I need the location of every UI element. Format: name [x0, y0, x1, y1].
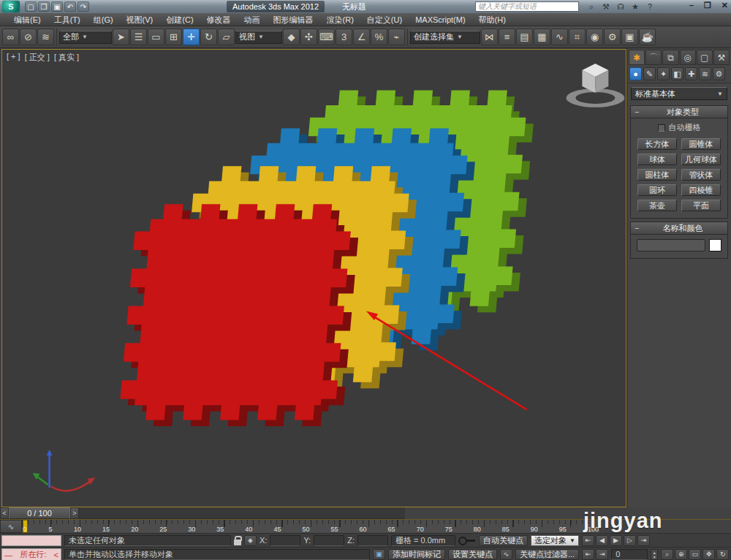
- autogrid-checkbox[interactable]: [658, 124, 665, 132]
- primitive-category-dropdown[interactable]: 标准基本体 ▼: [631, 87, 727, 100]
- go-to-start-button[interactable]: ⇤: [582, 535, 594, 546]
- save-file-icon[interactable]: ▣: [51, 1, 63, 12]
- open-file-icon[interactable]: ❐: [38, 1, 50, 12]
- previous-frame-arrow[interactable]: <: [0, 507, 9, 519]
- tab-create[interactable]: ✱: [629, 50, 645, 65]
- zoom-region-icon[interactable]: ▭: [689, 549, 701, 560]
- selection-region-icon[interactable]: ▭: [148, 29, 164, 45]
- menu-item[interactable]: 编辑(E): [7, 13, 48, 26]
- key-filters-button[interactable]: 关键点过滤器...: [515, 549, 579, 560]
- object-type-button[interactable]: 长方体: [637, 138, 677, 150]
- redo-icon[interactable]: ↷: [77, 1, 89, 12]
- mirror-icon[interactable]: ⋈: [481, 29, 498, 45]
- pan-icon[interactable]: ✥: [702, 549, 715, 560]
- viewport-menu-view[interactable]: [ 正交 ]: [25, 52, 50, 63]
- undo-icon[interactable]: ↶: [64, 1, 76, 12]
- align-icon[interactable]: ≡: [499, 29, 515, 45]
- subscription-center-icon[interactable]: ⚒: [599, 1, 613, 12]
- new-key-mode-icon[interactable]: ∿: [500, 549, 512, 560]
- viewport-menu-plus[interactable]: [ + ]: [7, 52, 20, 63]
- subtab-systems[interactable]: ⚙: [713, 67, 725, 80]
- subtab-shapes[interactable]: ✎: [643, 67, 656, 80]
- key-filter-dropdown[interactable]: 选定对象 ▼: [531, 535, 579, 546]
- object-type-button[interactable]: 平面: [681, 200, 721, 211]
- rollout-header[interactable]: − 对象类型: [631, 106, 727, 118]
- select-and-scale-icon[interactable]: ▱: [218, 29, 235, 45]
- orbit-icon[interactable]: ↻: [716, 549, 729, 560]
- set-keys-icon[interactable]: [458, 536, 476, 545]
- select-and-move-icon[interactable]: ✛: [183, 29, 200, 45]
- tab-modify[interactable]: ⌒: [645, 50, 662, 65]
- x-coordinate-field[interactable]: [270, 535, 300, 546]
- object-type-button[interactable]: 球体: [637, 154, 677, 165]
- subtab-helpers[interactable]: ✚: [685, 67, 697, 80]
- track-bar-ruler[interactable]: 0510152025303540455055606570758085909510…: [22, 520, 599, 533]
- next-key-button[interactable]: ⇥: [596, 549, 608, 560]
- render-setup-icon[interactable]: ⚙: [604, 29, 621, 45]
- menu-item[interactable]: 动画: [238, 13, 267, 26]
- viewport[interactable]: [ + ] [ 正交 ] [ 真实 ]: [1, 49, 626, 507]
- mini-curve-editor-button[interactable]: ∿: [0, 520, 22, 533]
- play-button[interactable]: ▶: [610, 535, 622, 546]
- frame-spinner[interactable]: ▲▼: [651, 549, 658, 560]
- object-type-button[interactable]: 圆柱体: [637, 169, 677, 181]
- tab-hierarchy[interactable]: ⧉: [662, 50, 678, 65]
- close-button[interactable]: ✕: [721, 1, 728, 10]
- snap-toggle-icon[interactable]: 3: [336, 29, 352, 45]
- graphite-ribbon-icon[interactable]: ▦: [534, 29, 550, 45]
- schematic-view-icon[interactable]: ⌗: [569, 29, 586, 45]
- render-production-icon[interactable]: ☕: [639, 29, 656, 45]
- menu-item[interactable]: 渲染(R): [320, 13, 360, 26]
- viewcube[interactable]: [566, 64, 624, 107]
- select-and-manipulate-icon[interactable]: ✣: [300, 29, 317, 45]
- next-frame-button[interactable]: ▷: [624, 535, 636, 546]
- time-tag-icon[interactable]: ▣: [373, 549, 385, 560]
- maximize-button[interactable]: ❐: [704, 1, 711, 10]
- auto-key-button[interactable]: 自动关键点: [479, 535, 528, 546]
- select-and-link-icon[interactable]: ∞: [2, 29, 19, 45]
- go-to-end-button[interactable]: ⇥: [637, 535, 650, 546]
- menu-item[interactable]: 帮助(H): [472, 13, 512, 26]
- object-color-swatch[interactable]: [709, 239, 721, 251]
- subtab-lights[interactable]: ✦: [657, 67, 670, 80]
- set-key-button[interactable]: 设置关键点: [448, 549, 497, 560]
- infocenter-search-icon[interactable]: ⌕: [585, 1, 598, 12]
- angle-snap-icon[interactable]: ∠: [353, 29, 370, 45]
- object-type-button[interactable]: 管状体: [681, 169, 721, 181]
- minimize-button[interactable]: –: [689, 1, 694, 10]
- subtab-cameras[interactable]: ◧: [671, 67, 683, 80]
- previous-key-button[interactable]: ⇤: [582, 549, 594, 560]
- object-type-button[interactable]: 几何球体: [681, 154, 721, 165]
- window-crossing-icon[interactable]: ⊞: [165, 29, 182, 45]
- rollout-header[interactable]: − 名称和颜色: [631, 222, 727, 235]
- time-slider-handle[interactable]: 0 / 100: [9, 507, 70, 519]
- absolute-offset-toggle-icon[interactable]: ◈: [244, 535, 257, 546]
- zoom-icon[interactable]: ⌕: [661, 549, 673, 560]
- menu-item[interactable]: 创建(C): [159, 13, 200, 26]
- favorites-icon[interactable]: ★: [629, 1, 642, 12]
- subtab-space-warps[interactable]: ≋: [699, 67, 711, 80]
- time-slider-track[interactable]: [79, 507, 405, 519]
- select-object-icon[interactable]: ➤: [113, 29, 129, 45]
- percent-snap-icon[interactable]: %: [371, 29, 387, 45]
- current-frame-field[interactable]: 0: [611, 549, 648, 560]
- tab-display[interactable]: ▢: [697, 50, 713, 65]
- menu-item[interactable]: 工具(T): [48, 13, 87, 26]
- subtab-geometry[interactable]: ●: [629, 67, 642, 80]
- help-icon[interactable]: ?: [643, 1, 656, 12]
- new-file-icon[interactable]: ▢: [25, 1, 37, 12]
- object-type-button[interactable]: 茶壶: [637, 200, 677, 211]
- object-type-button[interactable]: 四棱锥: [681, 184, 721, 196]
- reference-coordinate-dropdown[interactable]: 视图▼: [235, 31, 282, 44]
- use-pivot-center-icon[interactable]: ◆: [283, 29, 300, 45]
- menu-item[interactable]: MAXScript(M): [409, 13, 471, 26]
- menu-item[interactable]: 组(G): [87, 13, 120, 26]
- bind-to-space-warp-icon[interactable]: ≋: [37, 29, 54, 45]
- previous-frame-button[interactable]: ◀: [596, 535, 608, 546]
- layer-manager-icon[interactable]: ▤: [516, 29, 533, 45]
- infocenter-search-input[interactable]: 键入关键字或短语: [475, 1, 579, 12]
- object-type-button[interactable]: 圆环: [637, 184, 677, 196]
- puzzle-plate-red[interactable]: [118, 204, 361, 426]
- menu-item[interactable]: 修改器: [200, 13, 238, 26]
- menu-item[interactable]: 视图(V): [120, 13, 160, 26]
